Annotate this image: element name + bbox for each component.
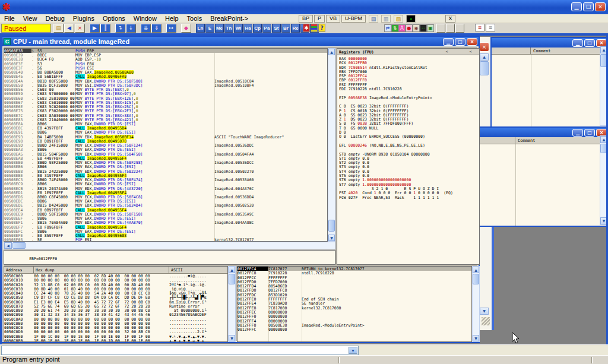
close-icon[interactable]: × (479, 42, 489, 52)
disasm-row[interactable]: 00508EB0.8B0D 98F25000MOV ECX,DWORD PTR … (4, 160, 327, 164)
dump-row[interactable]: 0050C01000 00 00 00 00 00 00 00 00 00 00… (4, 278, 227, 282)
app-minimize-button[interactable]: ▁ (571, 2, 582, 11)
disasm-row[interactable]: 00508EFE.E8 8597F8FFCALL ImageRed.004956… (4, 233, 327, 238)
disasm-address[interactable]: 00508F03 (4, 238, 31, 242)
stack-row[interactable]: 0012FFC87C910228ntdll.7C910228 (238, 271, 471, 275)
register-line[interactable]: EFL 00000246 (NO,NB,E,BE,NS,PE,GE,LE) (339, 143, 479, 147)
disassembly-scrollbar[interactable]: ▲ ▼ (328, 48, 335, 242)
register-line[interactable]: ST3 empty 0.0 (339, 164, 479, 169)
disasm-row[interactable]: 00508EDE.8B15 D4245000MOV EDX,DWORD PTR … (4, 203, 327, 207)
register-line[interactable] (339, 100, 479, 104)
registers-pane[interactable]: Registers (FPU) < < EAX 00000000ECX 0012… (337, 48, 480, 265)
view-button-Wi[interactable]: Wi (234, 24, 243, 33)
dump-row[interactable]: 0050C0B000 00 00 00 00 00 00 00 00 00 00… (4, 321, 227, 325)
step-back-icon[interactable]: ◀ (64, 24, 74, 33)
disasm-row[interactable]: 00508EEF.8B06MOV EAX,DWORD PTR DS:[ESI] (4, 216, 327, 220)
disasm-address[interactable]: 00508EC3 (4, 178, 31, 182)
register-line[interactable]: ST2 empty 0.0 (339, 160, 479, 164)
disasm-row[interactable]: 00508E83.C683 21040000 00MOV BYTE PTR DS… (4, 118, 327, 122)
register-line[interactable] (339, 147, 479, 151)
disasm-address[interactable]: 00508ECB (4, 186, 31, 191)
open-file-icon[interactable]: ▤ (53, 24, 64, 33)
disasm-address[interactable]: 00508E38 (4, 49, 31, 53)
menu-file[interactable]: File (0, 14, 19, 23)
notes-icon[interactable]: ▥ (381, 15, 391, 23)
toolbar-close-button[interactable]: X (445, 15, 455, 23)
disasm-address[interactable]: 00508E4A (4, 79, 31, 83)
menu-tools[interactable]: Tools (183, 14, 207, 23)
stack-row[interactable]: 0012FFF400000000 (238, 319, 471, 323)
prev-register-set-icon[interactable]: < (468, 49, 473, 54)
log-list-icon[interactable]: ≣ (475, 24, 484, 31)
register-line[interactable]: EDX 7C90E514 ntdll.KiFastSystemCallRet (339, 65, 479, 69)
disasm-row[interactable]: 00508E45.E8 56B1EFFFCALL ImageRed.00406F… (4, 74, 327, 78)
disasm-row[interactable]: 00508EA3.8B06MOV EAX,DWORD PTR DS:[ESI] (4, 147, 327, 151)
disasm-address[interactable]: 00508E91 (4, 130, 31, 134)
animate-over-icon[interactable]: ⇓ (151, 24, 162, 33)
dump-header-ascii[interactable]: ASCII (169, 267, 227, 273)
scroll-down-icon[interactable]: ▼ (473, 335, 479, 341)
notes-list-icon[interactable]: ≣ (486, 24, 495, 31)
disasm-row[interactable]: 00508EE4.E8 0B97F8FFCALL ImageRed.004955… (4, 208, 327, 212)
dump-header-hex[interactable]: Hex dump (34, 267, 169, 273)
green-tool-icon[interactable]: ⇅ (391, 24, 398, 32)
view-button-Br[interactable]: Br (281, 24, 290, 33)
register-line[interactable]: D 0 (339, 130, 479, 134)
disasm-row[interactable]: 00508E56.C603 00MOV BYTE PTR DS:[EBX],0 (4, 87, 327, 91)
register-line[interactable]: S 0 FS 003B 32bit 7FFDF000(FFF) (339, 121, 479, 125)
disasm-address[interactable]: 00508E7C (4, 113, 31, 118)
dump-row[interactable]: 0050C00000 00 00 00 00 00 00 00 02 8D 40… (4, 274, 227, 278)
disasm-row[interactable]: 00508EAB.E8 4497F8FFCALL ImageRed.004955… (4, 156, 327, 160)
analyze-a-icon[interactable]: A (398, 24, 406, 32)
command-input[interactable]: ▼ (1, 346, 359, 355)
comment-window-middle-body[interactable] (479, 144, 608, 226)
view-button-Ha[interactable]: Ha (243, 24, 252, 33)
dump-row[interactable]: 0050C03000 8D 40 00 01 8D 40 00 00 00 00… (4, 287, 227, 291)
menu-view[interactable]: View (19, 14, 42, 23)
blank-button[interactable] (436, 24, 445, 33)
scroll-up-icon[interactable]: ▲ (229, 267, 235, 273)
close-button[interactable]: × (467, 38, 477, 46)
disasm-row[interactable]: 00508E9D.8B0D 24F15000MOV ECX,DWORD PTR … (4, 143, 327, 147)
disasm-address[interactable]: 00508E3F (4, 66, 31, 70)
register-line[interactable]: EIP 00508E38 ImageRed.<ModuleEntryPoint> (339, 96, 479, 100)
maximize-button[interactable]: □ (584, 129, 595, 137)
info-pane[interactable]: EBP=0012FFF0 (4, 250, 335, 265)
disasm-address[interactable]: 00508EEF (4, 216, 31, 220)
disasm-row[interactable]: 00508E38$55PUSH EBP (4, 49, 327, 53)
console-icon[interactable]: ▪ (406, 15, 416, 23)
scrollbar-thumb[interactable] (473, 274, 479, 284)
disasm-address[interactable]: 00508E83 (4, 118, 31, 122)
prev-register-set-icon[interactable]: < (444, 49, 449, 54)
disasm-row[interactable]: 00508E50.8B35 DCF35000MOV ESI,DWORD PTR … (4, 83, 327, 87)
disasm-row[interactable]: 00508EB6.8B06MOV EAX,DWORD PTR DS:[ESI] (4, 164, 327, 169)
disasm-address[interactable]: 00508E98 (4, 139, 31, 143)
stack-row[interactable]: 0012FFF000000000 (238, 314, 471, 318)
stack-row[interactable]: 0012FFF800508E38ImageRed.<ModuleEntryPoi… (238, 323, 471, 327)
register-line[interactable]: ST6 empty 1.0000000000000000000 (339, 178, 479, 182)
view-button-Me[interactable]: Me (215, 24, 224, 33)
disasm-row[interactable]: 00508F03.5EPOP ESIkernel32.7C817077 (4, 238, 327, 242)
disasm-row[interactable]: 00508EF1.8B15 70A84A00MOV EDX,DWORD PTR … (4, 220, 327, 224)
disasm-address[interactable]: 00508EFE (4, 233, 31, 238)
scrollbar-thumb[interactable] (328, 220, 335, 232)
stack-row[interactable]: 0012FFD48054B6ED (238, 284, 471, 288)
scroll-left-icon[interactable]: ◀ (4, 242, 12, 249)
register-line[interactable] (339, 91, 479, 95)
menu-options[interactable]: Options (99, 14, 129, 23)
disasm-address[interactable]: 00508EBE (4, 173, 31, 178)
disasm-row[interactable]: 00508EBE.E8 3197F8FFCALL ImageRed.004955… (4, 173, 327, 178)
view-button-Th[interactable]: Th (224, 24, 233, 33)
register-line[interactable]: ST7 empty 1.0000000000000000000 (339, 182, 479, 186)
view-button-Re[interactable]: Re (291, 24, 300, 33)
disasm-address[interactable]: 00508E56 (4, 87, 31, 91)
dump-row[interactable]: 0050C060E1 E3 00 E4 E5 8D 40 00 45 72 72… (4, 300, 227, 304)
dump-row[interactable]: 0050C08020 20 61 74 20 30 30 30 30 30 30… (4, 308, 227, 312)
disasm-row[interactable]: 00508EE9.8B0D 58F15000MOV ECX,DWORD PTR … (4, 212, 327, 216)
register-line[interactable]: A 0 SS 0023 32bit 0(FFFFFFFF) (339, 113, 479, 117)
scroll-down-icon[interactable]: ▼ (480, 308, 489, 315)
disasm-address[interactable]: 00508E45 (4, 74, 31, 78)
disasm-row[interactable]: 00508ED6.8B0D C8F45000MOV ECX,DWORD PTR … (4, 195, 327, 199)
view-button-E[interactable]: E (205, 24, 214, 33)
disasm-row[interactable]: 00508E7C.C683 8A030000 00MOV BYTE PTR DS… (4, 113, 327, 118)
